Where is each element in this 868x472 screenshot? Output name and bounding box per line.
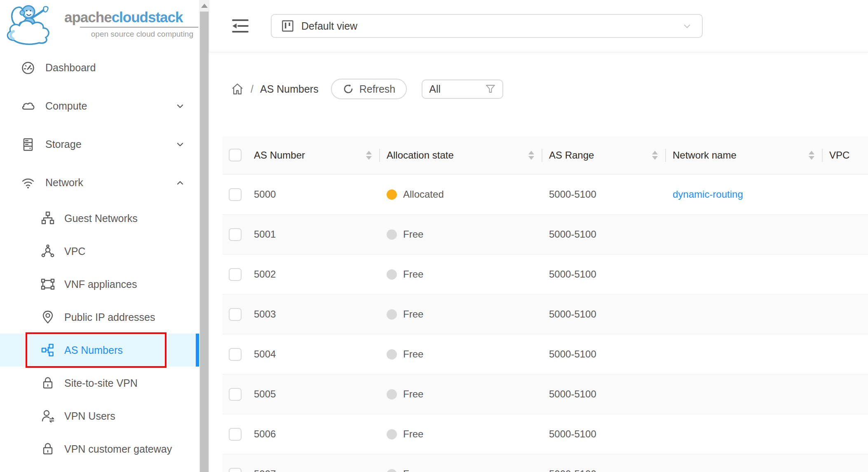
refresh-button[interactable]: Refresh: [331, 79, 407, 99]
sidebar-item-public-ip-addresses[interactable]: Public IP addresses: [0, 301, 199, 334]
column-header-as-range[interactable]: AS Range: [542, 136, 666, 174]
allocation-state-cell: Allocated: [380, 175, 542, 214]
row-checkbox[interactable]: [229, 228, 242, 241]
status-dot: [387, 309, 397, 320]
table-row: 5005 Free 5000-5100: [223, 374, 868, 414]
sort-carets-icon[interactable]: [366, 151, 372, 160]
row-checkbox[interactable]: [229, 428, 242, 441]
network-name-cell: [666, 334, 823, 374]
row-checkbox[interactable]: [229, 388, 242, 401]
vpc-cell: [823, 414, 868, 454]
as-range-cell: 5000-5100: [542, 454, 666, 472]
as-range-cell: 5000-5100: [542, 334, 666, 374]
allocation-state-cell: Free: [380, 294, 542, 334]
scrollbar-thumb[interactable]: [200, 12, 209, 472]
status-label: Free: [403, 269, 423, 280]
row-checkbox[interactable]: [229, 468, 242, 472]
status-label: Free: [403, 428, 423, 440]
table-row: 5003 Free 5000-5100: [223, 294, 868, 334]
sidebar-item-label: Compute: [45, 100, 176, 112]
as-range-cell: 5000-5100: [542, 374, 666, 414]
sidebar-item-as-numbers[interactable]: AS Numbers: [0, 334, 199, 367]
sidebar-item-vpc[interactable]: VPC: [0, 235, 199, 268]
sort-carets-icon[interactable]: [652, 151, 658, 160]
network-name-link[interactable]: dynamic-routing: [673, 189, 743, 200]
breadcrumb: / AS Numbers Refresh All: [231, 79, 868, 99]
table-row: 5007 Free 5000-5100: [223, 454, 868, 472]
as-number-cell: 5004: [247, 334, 380, 374]
column-header-vpc[interactable]: VPC: [823, 136, 868, 174]
network-name-cell: [666, 215, 823, 254]
lock-icon: [40, 442, 55, 456]
network-name-cell: [666, 374, 823, 414]
breadcrumb-current: AS Numbers: [260, 83, 319, 95]
table-row: 5000 Allocated 5000-5100 dynamic-routing: [223, 175, 868, 215]
column-header-network-name[interactable]: Network name: [666, 136, 823, 174]
allocation-state-cell: Free: [380, 414, 542, 454]
sidebar-item-vpn-users[interactable]: VPN Users: [0, 400, 199, 432]
sidebar-item-storage[interactable]: Storage: [0, 125, 199, 164]
sidebar-item-guest-networks[interactable]: Guest Networks: [0, 202, 199, 235]
sidebar-item-vnf-appliances[interactable]: VNF appliances: [0, 268, 199, 301]
as-range-cell: 5000-5100: [542, 255, 666, 294]
row-checkbox[interactable]: [229, 188, 242, 201]
vpc-nodes-icon: [40, 244, 55, 258]
sidebar-item-compute[interactable]: Compute: [0, 87, 199, 125]
as-numbers-table: AS Number Allocation state AS Range Netw…: [223, 136, 868, 472]
cloud-icon: [21, 99, 35, 114]
dashboard-icon: [21, 61, 35, 75]
as-range-cell: 5000-5100: [542, 215, 666, 254]
sidebar-item-dashboard[interactable]: Dashboard: [0, 49, 199, 87]
sidebar-item-label: VNF appliances: [64, 278, 199, 290]
breadcrumb-separator: /: [251, 83, 253, 95]
allocation-state-cell: Free: [380, 374, 542, 414]
status-label: Allocated: [403, 189, 444, 200]
as-numbers-icon: [40, 343, 55, 357]
table-row: 5002 Free 5000-5100: [223, 255, 868, 294]
sidebar-item-site-to-site-vpn[interactable]: Site-to-site VPN: [0, 367, 199, 400]
scroll-up-button[interactable]: [199, 0, 209, 12]
sidebar-item-vpn-customer-gateway[interactable]: VPN customer gateway: [0, 432, 199, 465]
storage-icon: [21, 137, 35, 152]
filter-value: All: [429, 83, 485, 95]
network-name-cell: [666, 255, 823, 294]
view-selector[interactable]: Default view: [271, 14, 703, 38]
home-icon[interactable]: [231, 82, 244, 96]
brand-apache: apache: [64, 9, 112, 25]
sidebar-item-label: Storage: [45, 138, 176, 150]
sidebar-item-label: AS Numbers: [64, 344, 199, 356]
row-checkbox[interactable]: [229, 348, 242, 361]
row-checkbox[interactable]: [229, 268, 242, 281]
as-range-cell: 5000-5100: [542, 175, 666, 214]
row-checkbox[interactable]: [229, 308, 242, 321]
allocation-state-cell: Free: [380, 215, 542, 254]
status-label: Free: [403, 388, 423, 400]
select-all-cell: [223, 136, 247, 174]
status-label: Free: [403, 348, 423, 360]
allocation-state-cell: Free: [380, 454, 542, 472]
column-header-allocation-state[interactable]: Allocation state: [380, 136, 542, 174]
sidebar-item-label: Site-to-site VPN: [64, 377, 199, 389]
allocation-state-cell: Free: [380, 255, 542, 294]
reload-icon: [343, 83, 354, 95]
column-header-as-number[interactable]: AS Number: [247, 136, 380, 174]
sidebar-item-network[interactable]: Network: [0, 164, 199, 202]
as-number-cell: 5003: [247, 294, 380, 334]
sidebar-scrollbar[interactable]: [199, 0, 209, 472]
sort-carets-icon[interactable]: [528, 151, 534, 160]
select-all-checkbox[interactable]: [229, 149, 242, 161]
table-row: 5004 Free 5000-5100: [223, 334, 868, 374]
sort-carets-icon[interactable]: [809, 151, 814, 160]
view-selector-value: Default view: [301, 20, 682, 32]
status-dot: [387, 229, 397, 240]
table-row: 5006 Free 5000-5100: [223, 414, 868, 454]
table-header-row: AS Number Allocation state AS Range Netw…: [223, 136, 868, 175]
topbar: Default view: [209, 0, 868, 52]
brand-underline: [80, 27, 198, 28]
menu-fold-icon[interactable]: [232, 18, 249, 34]
project-icon: [282, 20, 294, 32]
sidebar-item-label: Guest Networks: [64, 213, 199, 224]
filter-selector[interactable]: All: [422, 79, 503, 99]
vpc-cell: [823, 215, 868, 254]
column-label: AS Number: [254, 150, 305, 161]
